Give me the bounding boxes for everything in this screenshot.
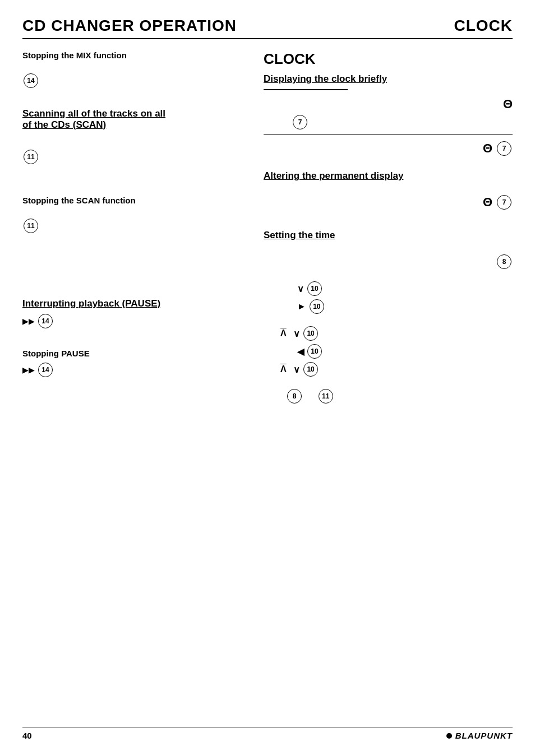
setting-time-step5: ◀ 10 bbox=[297, 344, 513, 359]
circle-10-a: 10 bbox=[307, 281, 322, 296]
circle-8-end: 8 bbox=[287, 389, 302, 403]
circle-14-stop-pause: 14 bbox=[38, 363, 53, 377]
circle-7-display2: 7 bbox=[497, 141, 511, 156]
displaying-briefly-step2: 7 bbox=[292, 115, 513, 129]
stopping-scan-section: Stopping the SCAN function 11 bbox=[22, 196, 241, 233]
play-icon-1: ▶▶ bbox=[22, 317, 35, 326]
stopping-pause-heading: Stopping PAUSE bbox=[22, 349, 241, 358]
setting-time-step2: ∨ 10 bbox=[297, 281, 513, 296]
displaying-briefly-heading: Displaying the clock briefly bbox=[264, 73, 513, 85]
interrupting-playback-step1: ▶▶ 14 bbox=[22, 314, 241, 328]
circle-14-interrupt: 14 bbox=[38, 314, 53, 328]
brand-area: BLAUPUNKT bbox=[446, 731, 513, 740]
brand-name: BLAUPUNKT bbox=[455, 731, 513, 740]
clock-icon-2: Θ bbox=[483, 141, 492, 156]
interrupting-playback-heading: Interrupting playback (PAUSE) bbox=[22, 298, 241, 309]
page: CD CHANGER OPERATION CLOCK Stopping the … bbox=[0, 0, 535, 756]
play-icon-2: ▶▶ bbox=[22, 365, 35, 374]
page-header: CD CHANGER OPERATION CLOCK bbox=[22, 17, 513, 39]
x-symbol-2: Λ bbox=[280, 364, 287, 374]
v-symbol-3: ∨ bbox=[293, 364, 300, 375]
clock-icon-3: Θ bbox=[483, 195, 492, 210]
altering-display-section: Altering the permanent display Θ 7 bbox=[264, 170, 513, 210]
circle-14-mix: 14 bbox=[24, 73, 38, 88]
header-title-left: CD CHANGER OPERATION bbox=[22, 17, 237, 35]
separator-line-1 bbox=[264, 134, 513, 134]
header-title-right: CLOCK bbox=[454, 17, 513, 35]
displaying-briefly-step1: Θ bbox=[264, 97, 513, 112]
circle-7-display: 7 bbox=[293, 115, 307, 129]
altering-display-step1: Θ 7 bbox=[264, 195, 513, 210]
setting-time-step3: ► 10 bbox=[297, 299, 513, 314]
setting-time-step4: Λ ∨ 10 bbox=[280, 326, 513, 341]
v-symbol-2: ∨ bbox=[293, 328, 300, 339]
setting-time-section: Setting the time 8 ∨ 10 ► 10 bbox=[264, 230, 513, 403]
setting-time-step6: Λ ∨ 10 bbox=[280, 362, 513, 377]
arrow-left-1: ◀ bbox=[297, 346, 304, 357]
left-column: Stopping the MIX function 14 Scanning al… bbox=[22, 50, 258, 407]
setting-time-step7: 8 11 bbox=[286, 389, 513, 403]
page-number: 40 bbox=[22, 731, 446, 740]
stopping-pause-step1: ▶▶ 14 bbox=[22, 363, 241, 377]
displaying-briefly-step3: Θ 7 bbox=[264, 141, 513, 156]
displaying-briefly-section: Displaying the clock briefly Θ 7 Θ 7 bbox=[264, 73, 513, 156]
right-column: CLOCK Displaying the clock briefly Θ 7 Θ… bbox=[258, 50, 513, 407]
setting-time-step1: 8 bbox=[264, 254, 513, 269]
circle-10-e: 10 bbox=[303, 362, 318, 377]
stopping-mix-heading: Stopping the MIX function bbox=[22, 50, 241, 60]
clock-icon-1: Θ bbox=[503, 97, 513, 112]
circle-11-stopping-scan: 11 bbox=[24, 219, 38, 233]
page-footer: 40 BLAUPUNKT bbox=[22, 727, 513, 740]
circle-11-scan: 11 bbox=[24, 150, 38, 164]
interrupting-playback-section: Interrupting playback (PAUSE) ▶▶ 14 bbox=[22, 298, 241, 328]
x-symbol-1: Λ bbox=[280, 328, 287, 338]
stopping-scan-step1: 11 bbox=[22, 219, 241, 233]
setting-time-heading: Setting the time bbox=[264, 230, 513, 241]
stopping-scan-heading: Stopping the SCAN function bbox=[22, 196, 241, 205]
stopping-pause-section: Stopping PAUSE ▶▶ 14 bbox=[22, 349, 241, 377]
circle-11-end: 11 bbox=[319, 389, 333, 403]
circle-10-c: 10 bbox=[303, 326, 318, 341]
circle-8-set: 8 bbox=[497, 254, 511, 269]
circle-7-alter: 7 bbox=[497, 195, 511, 210]
circle-10-b: 10 bbox=[310, 299, 324, 314]
v-symbol-1: ∨ bbox=[297, 284, 304, 294]
stopping-mix-section: Stopping the MIX function 14 bbox=[22, 50, 241, 88]
short-separator-1 bbox=[264, 89, 348, 90]
clock-main-heading: CLOCK bbox=[264, 50, 513, 68]
scan-heading: Scanning all of the tracks on all of the… bbox=[22, 108, 241, 131]
altering-display-heading: Altering the permanent display bbox=[264, 170, 513, 182]
main-content: Stopping the MIX function 14 Scanning al… bbox=[22, 50, 513, 407]
arrow-right-1: ► bbox=[297, 302, 306, 312]
brand-dot bbox=[446, 733, 452, 739]
scan-step1: 11 bbox=[22, 150, 241, 164]
scan-section: Scanning all of the tracks on all of the… bbox=[22, 108, 241, 164]
circle-10-d: 10 bbox=[307, 344, 322, 359]
stopping-mix-step1: 14 bbox=[22, 73, 241, 88]
